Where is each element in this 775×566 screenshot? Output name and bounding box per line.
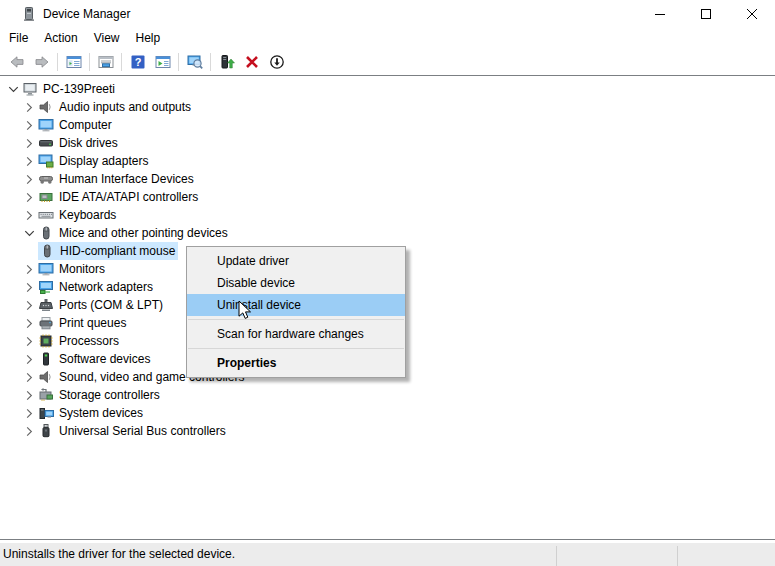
tree-item-label: PC-139Preeti xyxy=(43,82,115,96)
show-console-tree-icon xyxy=(66,54,82,70)
disable-icon xyxy=(269,54,285,70)
computer-root-icon xyxy=(22,81,38,97)
chevron-right-icon[interactable] xyxy=(22,369,37,385)
tree-item-pc[interactable]: PC-139Preeti xyxy=(0,80,775,98)
statusbar-divider xyxy=(556,546,557,566)
toolbar-separator xyxy=(178,53,179,71)
menu-item-disable-device[interactable]: Disable device xyxy=(187,272,405,294)
menu-view[interactable]: View xyxy=(86,29,128,48)
tree-item-label: Print queues xyxy=(59,316,126,330)
tree-item-label: Network adapters xyxy=(59,280,153,294)
audio-icon xyxy=(38,369,54,385)
tree-item-hid[interactable]: Human Interface Devices xyxy=(0,170,775,188)
tree-item-mice[interactable]: Mice and other pointing devices xyxy=(0,224,775,242)
chevron-right-icon[interactable] xyxy=(22,351,37,367)
disable-button[interactable] xyxy=(264,50,289,74)
tree-item-label: Ports (COM & LPT) xyxy=(59,298,163,312)
minimize-button[interactable] xyxy=(637,0,683,28)
printer-icon xyxy=(38,315,54,331)
storage-icon xyxy=(38,387,54,403)
forward-button[interactable] xyxy=(29,50,54,74)
tree-item-label: Processors xyxy=(59,334,119,348)
menu-item-properties[interactable]: Properties xyxy=(187,352,405,374)
update-driver-icon xyxy=(219,54,235,70)
chevron-right-icon[interactable] xyxy=(22,297,37,313)
chevron-right-icon[interactable] xyxy=(22,135,37,151)
tree-item-audio[interactable]: Audio inputs and outputs xyxy=(0,98,775,116)
hid-icon xyxy=(38,171,54,187)
maximize-icon xyxy=(701,9,711,19)
back-button[interactable] xyxy=(4,50,29,74)
toolbar xyxy=(0,48,775,75)
window-title: Device Manager xyxy=(43,7,130,21)
tree-item-usb-controllers[interactable]: Universal Serial Bus controllers xyxy=(0,422,775,440)
statusbar-divider xyxy=(677,546,678,566)
disk-icon xyxy=(38,135,54,151)
properties-button[interactable] xyxy=(93,50,118,74)
menu-item-uninstall-device[interactable]: Uninstall device xyxy=(187,294,405,316)
forward-icon xyxy=(34,54,50,70)
tree-item-computer[interactable]: Computer xyxy=(0,116,775,134)
tree-item-label: Audio inputs and outputs xyxy=(59,100,191,114)
menu-item-scan-hardware-changes[interactable]: Scan for hardware changes xyxy=(187,323,405,345)
device-manager-window: Device Manager File Action View Help PC- xyxy=(0,0,775,566)
chevron-right-icon[interactable] xyxy=(22,117,37,133)
tree-item-ide[interactable]: IDE ATA/ATAPI controllers xyxy=(0,188,775,206)
mouse-icon xyxy=(38,225,54,241)
titlebar: Device Manager xyxy=(0,0,775,28)
chevron-right-icon[interactable] xyxy=(22,279,37,295)
uninstall-button[interactable] xyxy=(239,50,264,74)
usb-icon xyxy=(38,423,54,439)
maximize-button[interactable] xyxy=(683,0,729,28)
chevron-down-icon[interactable] xyxy=(6,81,21,97)
chevron-right-icon[interactable] xyxy=(22,153,37,169)
close-button[interactable] xyxy=(729,0,775,28)
monitor-icon xyxy=(38,261,54,277)
chevron-right-icon[interactable] xyxy=(22,261,37,277)
chevron-right-icon[interactable] xyxy=(22,333,37,349)
chevron-right-icon[interactable] xyxy=(22,189,37,205)
tree-item-display-adapters[interactable]: Display adapters xyxy=(0,152,775,170)
selected-row-highlight: HID-compliant mouse xyxy=(38,242,178,260)
menu-help[interactable]: Help xyxy=(128,29,169,48)
chevron-right-icon[interactable] xyxy=(22,423,37,439)
uninstall-icon xyxy=(244,54,260,70)
minimize-icon xyxy=(655,9,665,19)
back-icon xyxy=(9,54,25,70)
menu-separator xyxy=(188,348,404,349)
chevron-right-icon[interactable] xyxy=(22,387,37,403)
chevron-right-icon[interactable] xyxy=(22,207,37,223)
keyboard-icon xyxy=(38,207,54,223)
menu-action[interactable]: Action xyxy=(36,29,85,48)
processor-icon xyxy=(38,333,54,349)
chevron-down-icon[interactable] xyxy=(22,225,37,241)
tree-item-label: Universal Serial Bus controllers xyxy=(59,424,226,438)
tree-item-label: IDE ATA/ATAPI controllers xyxy=(59,190,198,204)
show-console-tree-button[interactable] xyxy=(61,50,86,74)
tree-item-label: Disk drives xyxy=(59,136,118,150)
update-driver-button[interactable] xyxy=(214,50,239,74)
tree-item-label: System devices xyxy=(59,406,143,420)
scan-hardware-button[interactable] xyxy=(182,50,207,74)
network-icon xyxy=(38,279,54,295)
menu-separator xyxy=(188,319,404,320)
help-button[interactable] xyxy=(125,50,150,74)
status-text: Uninstalls the driver for the selected d… xyxy=(3,543,235,566)
action-pane-button[interactable] xyxy=(150,50,175,74)
tree-item-disk-drives[interactable]: Disk drives xyxy=(0,134,775,152)
tree-item-label: Computer xyxy=(59,118,112,132)
tree-item-system-devices[interactable]: System devices xyxy=(0,404,775,422)
chevron-right-icon[interactable] xyxy=(22,405,37,421)
tree-item-label: Human Interface Devices xyxy=(59,172,194,186)
menu-item-update-driver[interactable]: Update driver xyxy=(187,250,405,272)
chevron-right-icon[interactable] xyxy=(22,171,37,187)
menu-file[interactable]: File xyxy=(1,29,36,48)
tree-item-keyboards[interactable]: Keyboards xyxy=(0,206,775,224)
software-device-icon xyxy=(38,351,54,367)
toolbar-separator xyxy=(210,53,211,71)
port-icon xyxy=(38,297,54,313)
action-pane-icon xyxy=(155,54,171,70)
chevron-right-icon[interactable] xyxy=(22,315,37,331)
chevron-right-icon[interactable] xyxy=(22,99,37,115)
tree-item-storage-controllers[interactable]: Storage controllers xyxy=(0,386,775,404)
